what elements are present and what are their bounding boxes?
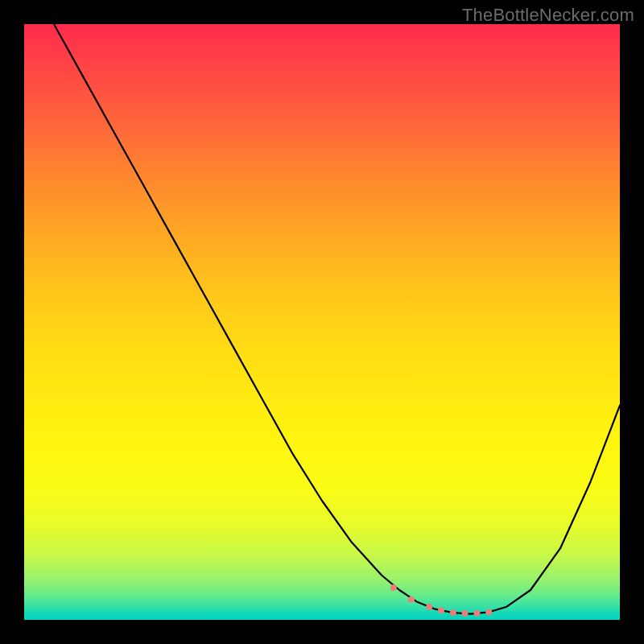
watermark-text: TheBottleNecker.com [462,5,634,26]
highlight-marker [426,604,432,610]
chart-canvas: TheBottleNecker.com [0,0,644,644]
highlight-marker [390,584,397,591]
highlight-markers [390,584,492,617]
highlight-marker [450,609,456,616]
bottleneck-curve [54,24,620,614]
highlight-marker [408,597,415,603]
chart-svg [24,24,620,620]
highlight-marker [485,609,492,615]
highlight-marker [473,610,480,617]
plot-area [24,24,620,620]
highlight-marker [462,610,469,617]
highlight-marker [438,607,444,613]
